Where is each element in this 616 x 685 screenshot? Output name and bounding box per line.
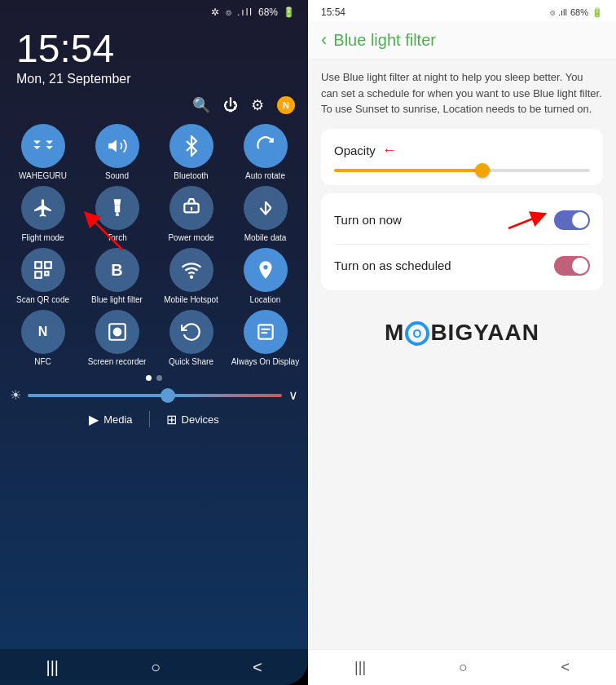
tile-bluelightfilter[interactable]: B Blue light filter — [82, 248, 152, 305]
svg-rect-0 — [114, 206, 120, 213]
right-panel: 15:54 ⌾ .ıll 68% 🔋 ‹ Blue light filter U… — [308, 0, 616, 685]
tile-hotspot[interactable]: Mobile Hotspot — [156, 248, 226, 305]
opacity-card: Opacity ← — [321, 129, 603, 185]
tile-waheguru-label: WAHEGURU — [19, 171, 67, 181]
recent-apps-button[interactable]: ||| — [46, 658, 59, 677]
tile-location-label: Location — [250, 295, 281, 305]
red-arrow-opacity: ← — [382, 142, 397, 159]
tile-alwayson-label: Always On Display — [231, 357, 299, 367]
tile-waheguru-icon — [21, 124, 65, 168]
tile-alwayson-icon — [244, 310, 288, 354]
logo-area: MOBIGYAAN — [321, 303, 603, 363]
left-panel: ✲ ⌾ .ıll 68% 🔋 15:54 Mon, 21 September 🔍… — [0, 0, 308, 685]
tile-flightmode[interactable]: Flight mode — [8, 186, 77, 243]
right-nav-bar: ||| ○ < — [308, 649, 616, 685]
opacity-thumb[interactable] — [475, 163, 490, 178]
left-nav-bar: ||| ○ < — [0, 649, 308, 685]
pagination — [0, 372, 308, 384]
media-label: Media — [103, 413, 132, 426]
left-status-bar: ✲ ⌾ .ıll 68% 🔋 — [0, 0, 308, 21]
description-text: Use Blue light filter at night to help y… — [321, 69, 603, 117]
tiles-grid: WAHEGURU Sound Bluetooth Auto rotate — [0, 119, 308, 372]
tile-nfc[interactable]: N NFC — [8, 310, 77, 367]
page-dot-1[interactable] — [146, 375, 152, 381]
tile-torch-icon — [95, 186, 139, 230]
tile-torch[interactable]: Torch — [82, 186, 152, 243]
toggle-row-turnon: Turn on now — [334, 197, 590, 244]
svg-rect-11 — [261, 329, 270, 330]
clock-area: 15:54 Mon, 21 September — [0, 21, 308, 91]
tile-sound-label: Sound — [105, 171, 129, 181]
devices-label: Devices — [182, 413, 219, 426]
svg-point-9 — [113, 329, 121, 336]
svg-rect-6 — [45, 272, 48, 275]
page-dot-2[interactable] — [156, 375, 162, 381]
expand-icon[interactable]: ∨ — [288, 387, 298, 403]
tile-flight-icon — [21, 186, 65, 230]
clock-time: 15:54 — [16, 29, 292, 68]
tile-autorotate[interactable]: Auto rotate — [231, 124, 300, 181]
tile-bluetooth-icon — [169, 124, 213, 168]
home-button[interactable]: ○ — [151, 658, 161, 677]
tile-hotspot-icon — [169, 248, 213, 292]
brightness-thumb[interactable] — [161, 388, 175, 403]
left-status-icons: ✲ ⌾ .ıll — [211, 7, 253, 18]
tile-nfc-label: NFC — [34, 357, 51, 367]
tile-sound[interactable]: Sound — [82, 124, 152, 181]
right-home-button[interactable]: ○ — [459, 659, 468, 676]
media-button[interactable]: ▶ Media — [89, 412, 132, 427]
right-content: Use Blue light filter at night to help y… — [308, 60, 616, 649]
brightness-icon: ☀ — [10, 387, 21, 403]
power-icon[interactable]: ⏻ — [223, 97, 238, 114]
right-battery: 68% — [570, 7, 588, 17]
brightness-row: ☀ ∨ — [0, 384, 308, 406]
tile-location-icon — [244, 248, 288, 292]
media-divider — [149, 411, 150, 427]
right-header: ‹ Blue light filter — [308, 21, 616, 60]
tile-screenrecorder-icon — [95, 310, 139, 354]
tile-bluelightfilter-label: Blue light filter — [91, 295, 143, 305]
tile-autorotate-icon — [244, 124, 288, 168]
tile-scanqr[interactable]: Scan QR code — [8, 248, 77, 305]
tile-alwayson[interactable]: Always On Display — [231, 310, 300, 367]
svg-rect-4 — [45, 262, 51, 268]
tile-screenrecorder[interactable]: Screen recorder — [82, 310, 152, 367]
svg-rect-5 — [35, 272, 42, 278]
tile-powermode[interactable]: Power mode — [156, 186, 226, 243]
right-back-button[interactable]: < — [561, 659, 570, 676]
right-recent-button[interactable]: ||| — [354, 659, 366, 676]
back-arrow-icon[interactable]: ‹ — [321, 29, 327, 51]
tile-screenrecorder-label: Screen recorder — [88, 357, 147, 367]
opacity-text: Opacity — [334, 144, 376, 157]
settings-icon[interactable]: ⚙ — [251, 96, 264, 114]
tile-quickshare[interactable]: Quick Share — [156, 310, 226, 367]
tile-location[interactable]: Location — [231, 248, 300, 305]
tile-autorotate-label: Auto rotate — [245, 171, 285, 181]
devices-button[interactable]: ⊞ Devices — [166, 412, 219, 427]
brightness-slider[interactable] — [28, 394, 282, 397]
tile-mobiledata[interactable]: Mobile data — [231, 186, 300, 243]
back-button[interactable]: < — [253, 658, 262, 677]
search-icon[interactable]: 🔍 — [192, 96, 210, 114]
opacity-slider[interactable] — [334, 169, 590, 172]
tile-torch-label: Torch — [107, 233, 126, 243]
toggle-switch-turnon[interactable] — [554, 210, 590, 230]
notification-badge[interactable]: N — [277, 96, 295, 114]
tile-bluetooth[interactable]: Bluetooth — [156, 124, 226, 181]
qs-header-icons: 🔍 ⏻ ⚙ N — [0, 91, 308, 119]
svg-line-14 — [508, 216, 539, 228]
right-status-icons: ⌾ .ıll 68% 🔋 — [550, 7, 603, 18]
red-arrow-toggle — [508, 208, 549, 232]
tile-power-icon — [169, 186, 213, 230]
tile-scanqr-label: Scan QR code — [16, 295, 69, 305]
toggle-switch-scheduled[interactable] — [554, 256, 590, 276]
toggles-card: Turn on now Turn on as scheduled — [321, 193, 603, 290]
opacity-label-row: Opacity ← — [334, 142, 590, 159]
svg-rect-3 — [35, 262, 42, 268]
media-devices-row: ▶ Media ⊞ Devices — [0, 406, 308, 432]
tile-waheguru[interactable]: WAHEGURU — [8, 124, 77, 181]
tile-bluelightfilter-icon: B — [95, 248, 139, 292]
tile-hotspot-label: Mobile Hotspot — [164, 295, 218, 305]
tile-sound-icon — [95, 124, 139, 168]
logo-o-icon: O — [405, 321, 429, 346]
